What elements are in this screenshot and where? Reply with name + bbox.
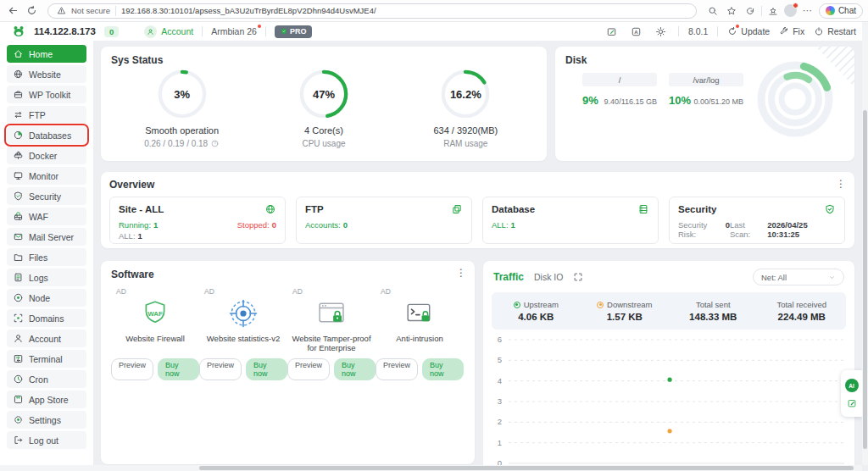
sidebar-item-website[interactable]: Website (7, 65, 86, 83)
svg-text:2: 2 (498, 417, 502, 426)
net-filter-select[interactable]: Net: All (753, 269, 844, 285)
vertical-scrollbar-thumb[interactable] (863, 110, 867, 449)
note-edit-icon[interactable] (604, 24, 620, 39)
sidebar-item-terminal[interactable]: Terminal (7, 350, 86, 368)
overview-card-ftp[interactable]: FTPAccounts:0 (296, 197, 472, 244)
preview-button[interactable]: Preview (111, 358, 153, 380)
overview-card-title: FTP (305, 204, 324, 214)
refresh-icon[interactable] (24, 3, 39, 19)
overview-card-title: Site - ALL (119, 204, 164, 214)
restart-button[interactable]: Restart (814, 26, 856, 36)
gauge-line1: 634 / 3920(MB) (433, 125, 498, 136)
disk-mount-path[interactable]: /var/log (669, 73, 743, 86)
tamper-window-icon (316, 297, 347, 330)
sidebar-item-files[interactable]: Files (7, 248, 86, 266)
sidebar-item-docker[interactable]: Docker (7, 147, 86, 164)
logout-icon (13, 435, 24, 446)
monitor-icon (13, 170, 24, 181)
sidebar-item-app-store[interactable]: App Store (7, 391, 86, 408)
software-item-buttons: PreviewBuy now (376, 358, 464, 380)
sidebar-item-settings[interactable]: Settings (7, 411, 86, 429)
disk-usage-percent: 9% (582, 94, 598, 107)
disk-card: Disk /9%9.40/116.15 GB/var/log10%0.00/51… (555, 47, 854, 161)
traffic-stat-value: 224.49 MB (778, 312, 826, 322)
os-version[interactable]: Armbian 26 (211, 26, 257, 36)
toolbar-divider (761, 6, 762, 16)
ai-assistant-button[interactable]: AI (845, 379, 859, 392)
sidebar-item-databases[interactable]: Databases (7, 126, 86, 144)
clock-icon (13, 374, 24, 385)
overview-card-site-all[interactable]: Site - ALLRunning:1Stopped:0ALL:1 (109, 197, 286, 244)
buy-now-button[interactable]: Buy now (422, 358, 464, 380)
tab-disk-io[interactable]: Disk IO (534, 272, 563, 282)
language-icon[interactable]: A (629, 24, 644, 39)
sidebar-item-cron[interactable]: Cron (7, 370, 86, 388)
svg-text:A: A (635, 28, 639, 34)
stat-value: 0 (343, 220, 348, 230)
copilot-chat-button[interactable]: Chat (819, 3, 863, 19)
sidebar-item-monitor[interactable]: Monitor (7, 167, 86, 185)
back-icon[interactable] (5, 3, 20, 19)
fix-button[interactable]: Fix (779, 26, 804, 36)
sidebar-item-logs[interactable]: Logs (7, 269, 86, 286)
pro-badge[interactable]: PRO (275, 25, 313, 38)
sidebar-item-security[interactable]: Security (7, 187, 86, 205)
tab-traffic[interactable]: Traffic (493, 271, 524, 283)
expand-icon[interactable] (573, 272, 583, 282)
sidebar-item-log-out[interactable]: Log out (7, 431, 86, 449)
overview-card-title: Security (678, 204, 716, 214)
sidebar-item-home[interactable]: Home (7, 45, 86, 63)
overview-menu-icon[interactable]: ⋮ (836, 179, 846, 189)
gauge-line2: RAM usage (443, 139, 487, 148)
feedback-edit-icon[interactable] (847, 398, 857, 408)
overview-card-database[interactable]: DatabaseALL:1 (482, 197, 659, 244)
overview-stat-row: ALL:1 (119, 231, 276, 241)
disk-mount-path[interactable]: / (582, 73, 657, 86)
sidebar-item-account[interactable]: Account (7, 330, 86, 347)
buy-now-button[interactable]: Buy now (334, 358, 376, 380)
vertical-scrollbar[interactable] (862, 22, 868, 465)
stat-all: ALL:1 (492, 220, 515, 230)
sidebar-item-wp-toolkit[interactable]: WP Toolkit (7, 86, 86, 103)
sidebar-item-ftp[interactable]: FTP (7, 106, 86, 124)
collections-icon[interactable] (765, 3, 781, 19)
svg-text:4: 4 (498, 376, 502, 385)
sidebar-item-waf[interactable]: WAF (7, 208, 86, 225)
buy-now-button[interactable]: Buy now (158, 358, 199, 380)
help-icon[interactable]: ? (210, 139, 220, 148)
sidebar-item-domains[interactable]: Domains (7, 309, 86, 327)
header-divider (717, 26, 718, 36)
preview-button[interactable]: Preview (199, 358, 242, 380)
overview-card-security[interactable]: SecuritySecurity Risk:0Last Scan:2026/04… (669, 197, 845, 244)
software-menu-icon[interactable]: ⋮ (456, 268, 466, 278)
server-ip[interactable]: 114.122.8.173 (34, 26, 96, 36)
message-count-badge[interactable]: 0 (104, 26, 119, 37)
traffic-stat-label: Upstream (514, 300, 559, 309)
shield-icon (13, 191, 24, 202)
sidebar-item-node[interactable]: Node (7, 289, 86, 307)
gauge-ring: 16.2% (439, 68, 492, 120)
horizontal-scrollbar[interactable] (0, 465, 862, 471)
favorites-star-icon[interactable] (724, 3, 739, 19)
preview-button[interactable]: Preview (287, 358, 330, 380)
software-item-website-statistics-v2: ADWebsite statistics-v2PreviewBuy now (199, 285, 287, 380)
profile-avatar[interactable] (784, 4, 797, 17)
disk-mount-values: 10%0.00/51.20 MB (669, 94, 743, 107)
sidebar-item-mail-server[interactable]: Mail Server (7, 228, 86, 246)
refresh-alt-icon[interactable] (743, 3, 758, 19)
more-menu-icon[interactable]: ⋯ (800, 3, 815, 19)
sidebar-item-label: Docker (29, 151, 57, 161)
sidebar-item-label: Domains (29, 313, 64, 324)
stat-label: Security Risk: (678, 220, 723, 239)
update-button[interactable]: Update (727, 26, 770, 36)
address-bar[interactable]: Not secure 192.168.8.30:10101/apsess_bA3… (47, 3, 697, 19)
preview-button[interactable]: Preview (376, 358, 418, 380)
address-search-icon[interactable] (705, 3, 721, 19)
horizontal-scrollbar-thumb[interactable] (199, 466, 854, 470)
theme-sun-icon[interactable] (654, 24, 669, 39)
pie-icon (13, 130, 24, 141)
buy-now-button[interactable]: Buy now (246, 358, 287, 380)
gauge-line2: 0.26 / 0.19 / 0.18? (144, 139, 220, 148)
globe-green-icon (264, 203, 276, 215)
account-menu[interactable]: Account (144, 25, 193, 38)
